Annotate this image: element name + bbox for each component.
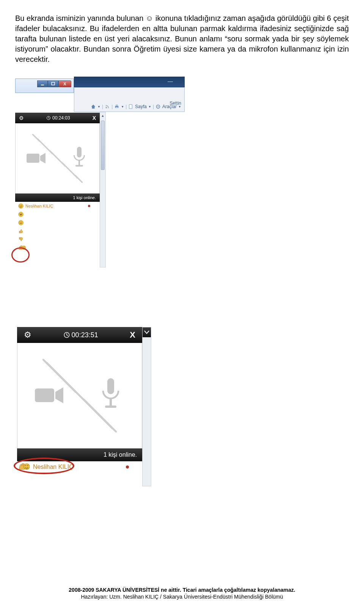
page-icon[interactable] [128, 104, 133, 109]
paragraph-text: Bu ekranda isminizin yanında bulunan ☺ i… [15, 14, 349, 63]
online-count-label: 1 kişi online. [104, 451, 137, 458]
svg-point-2 [106, 107, 107, 108]
chevron-down-icon[interactable]: ▼ [97, 105, 100, 108]
online-status-bar: 1 kişi online. [15, 193, 100, 202]
camera-icon [25, 150, 48, 167]
smile-icon [18, 203, 24, 209]
separator: | [102, 104, 103, 109]
separator: | [153, 104, 154, 109]
svg-rect-28 [107, 378, 114, 394]
annotation-circle [14, 458, 74, 474]
microphone-icon [72, 146, 86, 169]
gear-icon[interactable]: ⚙ [24, 330, 31, 340]
player-body [17, 343, 142, 448]
svg-point-19 [21, 213, 22, 214]
dropdown-toggle[interactable] [143, 327, 151, 337]
emoji-option-laugh[interactable] [15, 210, 100, 219]
player-close-button[interactable]: X [93, 115, 96, 121]
emoji-option-thumbs-down[interactable] [15, 235, 100, 244]
ie-command-bar: ▼ | | ▼ | Sayfa ▼ | Araçlar ▼ [91, 104, 181, 109]
svg-rect-4 [116, 105, 118, 106]
thumbs-up-icon [18, 228, 24, 234]
timer-display: 00:23:51 [63, 331, 98, 339]
clock-icon [46, 116, 51, 120]
svg-point-8 [158, 106, 159, 107]
participant-name: Neslihan KILIÇ [25, 204, 53, 208]
emoji-option-sad[interactable] [15, 219, 100, 227]
window-maximize-button[interactable] [48, 80, 58, 87]
gear-icon[interactable]: ⚙ [19, 115, 24, 121]
instruction-paragraph: Bu ekranda isminizin yanında bulunan ☺ i… [0, 0, 364, 68]
svg-rect-6 [129, 105, 132, 109]
separator: | [126, 104, 127, 109]
screenshot-2: ⚙ 00:23:51 X 1 kişi online. Nesli [0, 327, 364, 528]
svg-rect-29 [110, 399, 112, 406]
scrollbar[interactable]: ▲ [100, 112, 106, 267]
close-icon: X [130, 330, 135, 340]
svg-rect-30 [105, 406, 116, 408]
svg-rect-11 [77, 147, 82, 157]
laugh-icon [18, 212, 24, 217]
svg-rect-5 [116, 107, 118, 109]
chevron-down-icon[interactable]: ▼ [178, 105, 181, 108]
svg-point-14 [19, 204, 23, 208]
separator: | [111, 104, 113, 109]
sad-icon [18, 220, 24, 225]
annotation-circle [11, 247, 30, 263]
svg-rect-27 [35, 388, 54, 402]
window-minimize-button[interactable] [37, 80, 48, 87]
svg-point-18 [20, 213, 20, 214]
svg-point-25 [24, 247, 25, 248]
page-menu-label[interactable]: Sayfa [135, 104, 147, 109]
participant-row[interactable]: Neslihan KILIÇ [15, 202, 100, 210]
clock-icon [63, 332, 70, 338]
footer-line-2: Hazırlayan: Uzm. Neslihan KILIÇ / Sakary… [0, 593, 364, 600]
chevron-down-icon[interactable]: ▼ [121, 105, 124, 108]
dash-icon: — [168, 78, 173, 84]
online-count-label: 1 kişi online. [73, 195, 96, 200]
scroll-up-arrow-icon[interactable]: ▲ [100, 112, 105, 119]
page-footer: 2008-2009 SAKARYA ÜNİVERSİTESİ ne aittir… [0, 586, 364, 600]
player-body [15, 123, 100, 193]
emoji-option-thumbs-up[interactable] [15, 227, 100, 235]
svg-rect-1 [52, 82, 55, 85]
scrollbar-thumb[interactable] [101, 121, 105, 170]
svg-point-20 [19, 220, 23, 225]
svg-rect-10 [27, 154, 39, 163]
svg-point-15 [20, 205, 20, 206]
close-icon: X [93, 115, 96, 121]
close-icon: X [63, 82, 66, 86]
camera-icon [33, 383, 67, 408]
cam-mic-placeholder [17, 343, 142, 448]
svg-point-21 [20, 222, 20, 222]
window-close-button[interactable]: X [58, 80, 71, 87]
timer-value: 00:24:03 [52, 115, 70, 121]
scrollbar[interactable] [142, 327, 151, 486]
browser-toolbar-fragment: Settin ▼ | | ▼ | Sayfa ▼ | Araçlar ▼ [74, 87, 185, 112]
svg-rect-0 [41, 85, 44, 85]
svg-rect-13 [75, 165, 83, 167]
window-titlebar-fragment: X [15, 79, 74, 93]
maximize-icon [51, 82, 55, 86]
tools-menu-label[interactable]: Araçlar [162, 104, 177, 109]
thumbs-down-icon [18, 237, 24, 242]
player-close-button[interactable]: X [130, 330, 135, 340]
feed-icon[interactable] [105, 104, 110, 109]
status-dot-icon [126, 465, 129, 469]
gear-icon[interactable] [155, 104, 161, 109]
player-top-bar: ⚙ 00:23:51 X [17, 327, 142, 343]
footer-line-1: 2008-2009 SAKARYA ÜNİVERSİTESİ ne aittir… [0, 586, 364, 593]
minimize-icon [41, 82, 44, 86]
cam-mic-placeholder [16, 123, 99, 193]
browser-frame-strip: — [74, 77, 185, 87]
status-dot-icon [88, 205, 90, 207]
svg-point-22 [21, 222, 22, 222]
svg-point-16 [21, 205, 22, 206]
print-icon[interactable] [114, 104, 119, 109]
timer-value: 00:23:51 [72, 331, 98, 339]
chevron-down-icon[interactable]: ▼ [148, 105, 151, 108]
screenshot-1: X — Settin ▼ | | ▼ | Sayfa ▼ | Araçlar ▼ [0, 77, 364, 319]
chevron-down-icon [144, 330, 149, 334]
emoji-dropdown-list [15, 210, 100, 252]
home-icon[interactable] [91, 104, 96, 109]
